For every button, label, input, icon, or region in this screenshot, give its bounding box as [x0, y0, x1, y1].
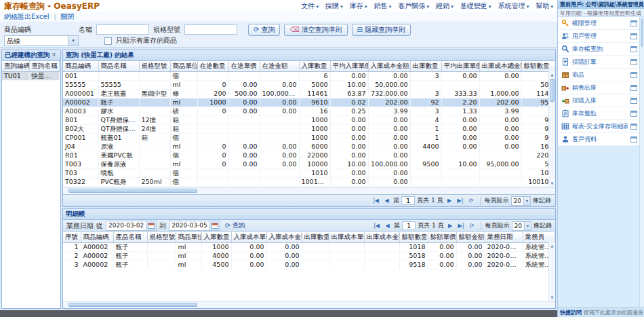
- column-header[interactable]: 商品編碼: [63, 61, 98, 71]
- table-row[interactable]: CP001瓶蓋01箱個10000.000.0010.000.00999: [63, 133, 555, 142]
- sidebar-item-purchase-order[interactable]: 採購訂單: [558, 56, 644, 69]
- column-header[interactable]: 規格型號: [139, 61, 170, 71]
- column-header[interactable]: 餘額數量: [399, 232, 428, 242]
- menu-distribution[interactable]: 經銷: [436, 1, 454, 11]
- query-button[interactable]: ⟳ 查詢: [248, 24, 280, 36]
- prev-page-button[interactable]: ◀: [382, 196, 391, 205]
- column-header[interactable]: 餘額金額: [456, 232, 485, 242]
- column-header[interactable]: 商品單位: [176, 232, 201, 242]
- open-window-icon[interactable]: [630, 98, 637, 104]
- prev-page-button[interactable]: ◀: [383, 221, 392, 230]
- calendar-icon[interactable]: [146, 221, 156, 230]
- page-size-select[interactable]: 20 ▾: [512, 221, 531, 231]
- open-window-icon[interactable]: [630, 136, 637, 143]
- last-page-button[interactable]: ▶|: [456, 196, 465, 205]
- scroll-down-icon[interactable]: ▼: [549, 295, 555, 301]
- sidebar-scrollbar[interactable]: [639, 17, 644, 307]
- column-header[interactable]: 出庫成本金額: [364, 232, 399, 242]
- table-row[interactable]: J04原液ml00.000.0060000.000.0044000.000.00…: [63, 142, 555, 151]
- export-excel-link[interactable]: 網格匯出Excel: [4, 12, 49, 22]
- menu-purchasing[interactable]: 採購: [325, 1, 343, 11]
- sidebar-item-sales-outbound[interactable]: 銷售出庫: [558, 81, 644, 94]
- dropdown-arrow-icon[interactable]: ▾: [68, 36, 78, 45]
- menu-sales[interactable]: 銷售: [374, 1, 392, 11]
- spec-input[interactable]: [184, 24, 237, 35]
- table-row[interactable]: 1A00002瓶子ml10000.000.0010180.000.002020-…: [63, 242, 554, 251]
- column-header[interactable]: 查詢名稱: [29, 61, 59, 71]
- sidebar-item-stocktake[interactable]: 庫存盤點: [558, 107, 644, 120]
- column-header[interactable]: 入庫成本金額: [368, 61, 410, 71]
- product-code-select[interactable]: 品線 ▾: [4, 35, 79, 46]
- table-row[interactable]: 2A00002瓶子ml40000.000.0050180.000.002020-…: [63, 251, 554, 260]
- next-page-button[interactable]: ▶: [446, 221, 455, 230]
- column-header[interactable]: 出庫成本單價: [329, 232, 364, 242]
- table-row[interactable]: T003保養原液ml00.000.001000010.00100,000.009…: [63, 160, 555, 168]
- menu-customer-relations[interactable]: 客戶關係: [398, 1, 429, 11]
- column-header[interactable]: 平均出庫單價: [441, 61, 479, 71]
- sidebar-item-purchase-inbound[interactable]: 採購入庫: [558, 94, 644, 107]
- sidebar-item-user-management[interactable]: 用戶管理: [558, 30, 644, 43]
- scrollbar-thumb[interactable]: [550, 79, 555, 102]
- column-header[interactable]: 入庫數量: [299, 61, 330, 71]
- sidebar-item-product[interactable]: 商品: [558, 69, 644, 81]
- vertical-scrollbar[interactable]: ▲ ▼: [548, 242, 555, 301]
- scroll-up-icon[interactable]: ▲: [549, 72, 555, 78]
- from-date-field[interactable]: 2020-03-02: [106, 221, 157, 231]
- page-number-input[interactable]: [401, 196, 415, 205]
- column-header[interactable]: 商品名稱: [98, 61, 139, 71]
- column-header[interactable]: 序號: [63, 232, 81, 242]
- table-row[interactable]: T03噴瓶個10100.000.001010: [63, 168, 555, 177]
- column-header[interactable]: 商品單位: [170, 61, 197, 71]
- table-row[interactable]: 5555555555ml00.000.00500010.0050,000.005…: [63, 80, 555, 89]
- stock-only-checkbox[interactable]: [104, 37, 112, 45]
- page-size-select[interactable]: 20 ▾: [511, 196, 531, 206]
- last-page-button[interactable]: ▶|: [457, 221, 466, 230]
- open-window-icon[interactable]: [630, 85, 637, 91]
- column-header[interactable]: 商品編碼: [81, 232, 113, 242]
- column-header[interactable]: 入庫成本單價: [231, 232, 266, 242]
- table-row[interactable]: 3A00002瓶子ml45000.000.0095180.000.002020-…: [63, 260, 554, 269]
- column-header[interactable]: 查詢編碼: [2, 61, 29, 71]
- column-header[interactable]: 平均入庫單價: [330, 61, 368, 71]
- menu-basic-settings[interactable]: 基礎變更: [460, 1, 491, 11]
- detail-query-button[interactable]: ⟳ 查詢: [223, 221, 247, 230]
- open-window-icon[interactable]: [630, 46, 637, 52]
- sidebar-item-inventory-account-query[interactable]: 庫存帳查詢: [558, 43, 644, 56]
- scroll-up-icon[interactable]: ▲: [549, 243, 555, 249]
- table-row[interactable]: A0003膠水磅00.000.00160.253.9931.333.9913: [63, 107, 555, 115]
- quick-access-bar[interactable]: 快捷訪問 按兩下此處添加此區連接: [558, 307, 644, 317]
- menu-help[interactable]: 幫助: [536, 1, 553, 11]
- column-header[interactable]: 出庫成本總金額: [479, 61, 521, 71]
- column-header[interactable]: 餘額單價: [428, 232, 456, 242]
- sidebar-item-permission-management[interactable]: 權限管理: [558, 17, 644, 30]
- table-row[interactable]: T0322PVC瓶身250ml個10010000.000.001001000: [63, 177, 555, 186]
- sidebar-item-customer-data[interactable]: 客戶資料: [558, 133, 644, 146]
- first-page-button[interactable]: |◀: [371, 196, 380, 205]
- open-window-icon[interactable]: [630, 72, 637, 78]
- first-page-button[interactable]: |◀: [372, 221, 381, 230]
- horizontal-scrollbar[interactable]: [63, 301, 555, 308]
- column-header[interactable]: 在途金額: [260, 61, 299, 71]
- table-row[interactable]: 001個60.000.0030.000.003: [63, 71, 555, 80]
- open-window-icon[interactable]: [630, 33, 637, 39]
- clear-criteria-button[interactable]: ⌫ 清空查詢準則: [284, 24, 347, 36]
- table-row[interactable]: R01美國PVC瓶個00.000.00220000.000.0022000: [63, 151, 555, 160]
- table-row[interactable]: A000001老王瓶蓋黑鐵中型條200500.00100,000.0011461…: [63, 89, 555, 98]
- scrollbar-thumb[interactable]: [68, 189, 197, 193]
- scroll-down-icon[interactable]: ▼: [549, 181, 555, 187]
- column-header[interactable]: 入庫數量: [201, 232, 231, 242]
- table-row[interactable]: A00002瓶子ml10000.000.0096100.02202.00922.…: [63, 98, 555, 107]
- column-header[interactable]: 業務日期: [485, 232, 523, 242]
- menu-inventory[interactable]: 庫存: [350, 1, 367, 11]
- column-header[interactable]: 業務員: [523, 232, 554, 242]
- column-header[interactable]: 餘額數量: [521, 61, 555, 71]
- menu-system-management[interactable]: 系統管理: [498, 1, 529, 11]
- scrollbar-thumb[interactable]: [641, 18, 643, 47]
- close-panel-icon[interactable]: ×: [50, 52, 58, 59]
- table-row[interactable]: B02大QT身體保養...24擔箱10000.000.0010.000.0099…: [63, 124, 555, 133]
- open-window-icon[interactable]: [630, 59, 637, 65]
- refresh-button[interactable]: ⟳: [467, 196, 476, 205]
- horizontal-scrollbar[interactable]: [63, 187, 555, 194]
- to-date-field[interactable]: 2020-03-05: [169, 221, 220, 231]
- column-header[interactable]: 入庫成本金額: [266, 232, 302, 242]
